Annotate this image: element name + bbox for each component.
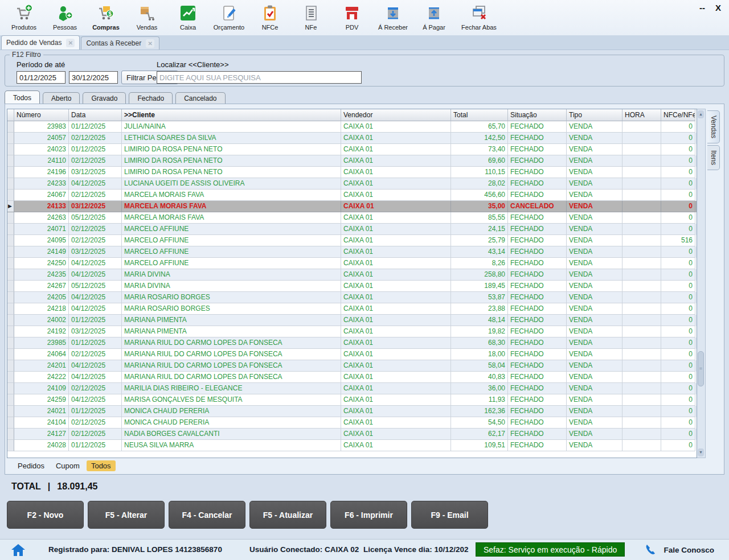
- table-row[interactable]: 2406702/12/2025MARCELA MORAIS FAVACAIXA …: [7, 190, 697, 201]
- cell-tipo: VENDA: [567, 281, 622, 292]
- table-row[interactable]: 2402801/12/2025NEUSA SILVA MARRACAIXA 01…: [7, 440, 697, 451]
- toolbar-label: Pessoas: [53, 24, 77, 31]
- header-data[interactable]: Data: [69, 109, 122, 121]
- table-row[interactable]: 2421804/12/2025MARIA ROSARIO BORGESCAIXA…: [7, 303, 697, 315]
- header-situacao[interactable]: Situação: [508, 109, 567, 121]
- cell-selector: [7, 315, 14, 326]
- contact-us-button[interactable]: Fale Conosco: [644, 543, 714, 557]
- scroll-down-icon[interactable]: ▼: [698, 448, 704, 456]
- toolbar-a-receber[interactable]: Á Receber: [372, 2, 413, 31]
- cell-nfce: 0: [661, 281, 695, 292]
- cell-tipo: VENDA: [567, 394, 622, 406]
- table-row[interactable]: 2425904/12/2025MARISA GONÇALVES DE MESQU…: [7, 394, 697, 406]
- table-row[interactable]: 2411002/12/2025LIMIRIO DA ROSA PENA NETO…: [7, 155, 697, 167]
- cell-hora: [622, 394, 661, 406]
- cell-vendedor: CAIXA 01: [341, 315, 451, 326]
- toolbar-nfce[interactable]: NFCe: [249, 2, 290, 31]
- cell-situacao: FECHADO: [508, 281, 567, 292]
- status-tab-cancelado[interactable]: Cancelado: [175, 92, 225, 104]
- scrollbar-thumb[interactable]: =: [698, 351, 704, 386]
- close-tab-icon[interactable]: ✕: [146, 39, 154, 48]
- table-row[interactable]: 2423304/12/2025LUCIANA UGEITI DE ASSIS O…: [7, 178, 697, 190]
- date-to-field[interactable]: [69, 71, 118, 84]
- toolbar-orcamento[interactable]: Orçamento: [208, 2, 249, 31]
- table-row[interactable]: 2398501/12/2025MARIANA RIUL DO CARMO LOP…: [7, 337, 697, 349]
- header-hora[interactable]: HORA: [622, 109, 661, 121]
- table-row[interactable]: 2414903/12/2025MARCELO AFFIUNECAIXA 0143…: [7, 246, 697, 258]
- header-numero[interactable]: Número: [14, 109, 69, 121]
- home-icon[interactable]: [10, 542, 26, 558]
- view-tab-todos[interactable]: Todos: [87, 460, 116, 471]
- status-tab-fechado[interactable]: Fechado: [129, 92, 173, 104]
- toolbar-caixa[interactable]: Caixa: [167, 2, 208, 31]
- status-tab-aberto[interactable]: Aberto: [43, 92, 80, 104]
- date-from-field[interactable]: [17, 71, 65, 84]
- vertical-scrollbar[interactable]: ▲ = ▼: [697, 109, 706, 458]
- cell-data: 02/12/2025: [69, 429, 122, 440]
- table-row[interactable]: 2425004/12/2025MARCELO AFFIUNECAIXA 018,…: [7, 258, 697, 269]
- table-row[interactable]: 2400201/12/2025MARIANA PIMENTACAIXA 0148…: [7, 315, 697, 326]
- toolbar-pessoas[interactable]: Pessoas: [44, 2, 85, 31]
- table-row[interactable]: ▶2413303/12/2025MARCELA MORAIS FAVACAIXA…: [7, 201, 697, 212]
- status-tab-gravado[interactable]: Gravado: [83, 92, 126, 104]
- client-search-input[interactable]: [157, 71, 362, 84]
- header-vendedor[interactable]: Vendedor: [341, 109, 451, 121]
- table-row[interactable]: 2420504/12/2025MARIA ROSARIO BORGESCAIXA…: [7, 292, 697, 303]
- f4-cancelar-button[interactable]: F4 - Cancelar: [169, 501, 245, 529]
- side-tab-vendas[interactable]: Vendas: [707, 110, 720, 143]
- table-row[interactable]: 2419603/12/2025LIMIRIO DA ROSA PENA NETO…: [7, 167, 697, 178]
- f6-imprimir-button[interactable]: F6 - Imprimir: [330, 501, 407, 529]
- status-tab-todos[interactable]: Todos: [5, 90, 40, 104]
- cell-nfce: 0: [661, 292, 695, 303]
- table-row[interactable]: 2422204/12/2025MARIANA RIUL DO CARMO LOP…: [7, 372, 697, 383]
- toolbar-vendas[interactable]: Vendas: [126, 2, 167, 31]
- view-tab-pedidos[interactable]: Pedidos: [13, 460, 49, 471]
- table-row[interactable]: 2419203/12/2025MARIANA PIMENTACAIXA 0119…: [7, 326, 697, 337]
- table-row[interactable]: 2409502/12/2025MARCELO AFFIUNECAIXA 0125…: [7, 235, 697, 246]
- toolbar-fechar-abas[interactable]: Fechar Abas: [454, 2, 503, 31]
- table-row[interactable]: 2426705/12/2025MARIA DIVINACAIXA 01189,4…: [7, 281, 697, 292]
- side-tab-itens[interactable]: Itens: [707, 145, 720, 170]
- table-row[interactable]: 2423504/12/2025MARIA DIVINACAIXA 01258,8…: [7, 269, 697, 281]
- tab-contas-a-receber[interactable]: Contas à Receber ✕: [81, 36, 159, 50]
- toolbar-a-pagar[interactable]: Á Pagar: [413, 2, 454, 31]
- f2-novo-button[interactable]: F2 - Novo: [7, 501, 84, 529]
- close-button[interactable]: X: [715, 3, 721, 12]
- f9-email-button[interactable]: F9 - Email: [411, 501, 488, 529]
- table-row[interactable]: 2405702/12/2025LETHICIA SOARES DA SILVAC…: [7, 133, 697, 144]
- cell-hora: [622, 417, 661, 429]
- table-row[interactable]: 2406402/12/2025MARIANA RIUL DO CARMO LOP…: [7, 349, 697, 360]
- toolbar-pdv[interactable]: PDV: [331, 2, 372, 31]
- toolbar-label: PDV: [346, 24, 359, 31]
- table-row[interactable]: 2410402/12/2025MONICA CHAUD PERERIACAIXA…: [7, 417, 697, 429]
- table-row[interactable]: 2426305/12/2025MARCELA MORAIS FAVACAIXA …: [7, 212, 697, 224]
- table-row[interactable]: 2412702/12/2025NADIA BORGES CAVALCANTICA…: [7, 429, 697, 440]
- minimize-button[interactable]: --: [699, 3, 705, 12]
- f5-alterar-button[interactable]: F5 - Alterar: [88, 501, 165, 529]
- header-nfce[interactable]: NFCe/NFe: [661, 109, 695, 121]
- cell-numero: 23983: [14, 121, 69, 133]
- scroll-up-icon[interactable]: ▲: [698, 110, 704, 118]
- table-row[interactable]: 2407102/12/2025MARCELO AFFIUNECAIXA 0124…: [7, 224, 697, 235]
- toolbar-nfe[interactable]: NFe: [290, 2, 331, 31]
- close-tab-icon[interactable]: ✕: [66, 39, 75, 47]
- toolbar-compras[interactable]: $ Compras: [85, 2, 126, 31]
- search-label: Localizar <<Cliente>>: [157, 60, 228, 69]
- cell-cliente: MARIANA RIUL DO CARMO LOPES DA FONSECA: [122, 337, 341, 349]
- toolbar-produtos[interactable]: Produtos: [3, 2, 44, 31]
- cell-selector: [7, 406, 14, 417]
- tab-pedido-de-vendas[interactable]: Pedido de Vendas ✕: [1, 35, 80, 50]
- header-total[interactable]: Total: [451, 109, 508, 121]
- table-row[interactable]: 2398301/12/2025JULIA/NAINACAIXA 0165,70F…: [7, 121, 697, 133]
- table-row[interactable]: 2402301/12/2025LIMIRIO DA ROSA PENA NETO…: [7, 144, 697, 155]
- header-cliente[interactable]: >>Cliente: [122, 109, 341, 121]
- table-row[interactable]: 2420104/12/2025MARIANA RIUL DO CARMO LOP…: [7, 360, 697, 372]
- cell-situacao: FECHADO: [508, 133, 567, 144]
- table-row[interactable]: 2410902/12/2025MARILIA DIAS RIBEIRO - EL…: [7, 383, 697, 394]
- cell-cliente: LETHICIA SOARES DA SILVA: [122, 133, 341, 144]
- cell-selector: [7, 417, 14, 429]
- view-tab-cupom[interactable]: Cupom: [51, 460, 84, 471]
- table-row[interactable]: 2402101/12/2025MONICA CHAUD PERERIACAIXA…: [7, 406, 697, 417]
- f5-atualizar-button[interactable]: F5 - Atualizar: [249, 501, 326, 529]
- header-tipo[interactable]: Tipo: [567, 109, 622, 121]
